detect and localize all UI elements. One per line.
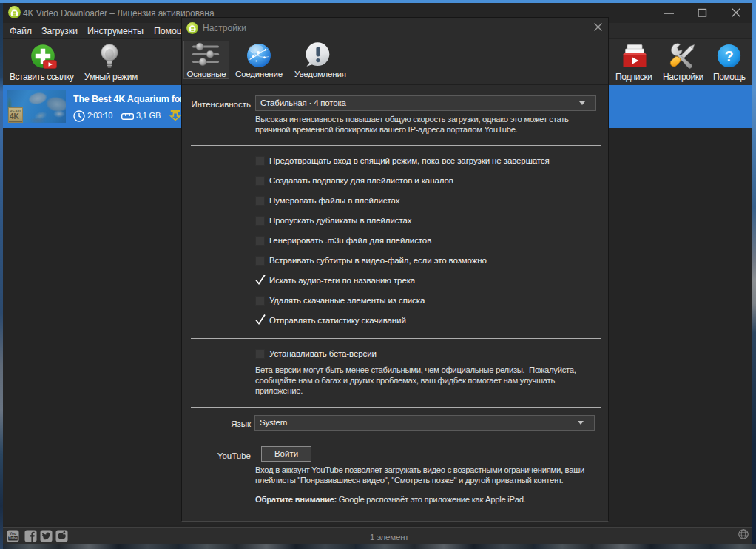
svg-text:?: ? — [724, 48, 733, 64]
svg-text:You: You — [10, 531, 16, 536]
svg-text:Tube: Tube — [8, 536, 17, 540]
